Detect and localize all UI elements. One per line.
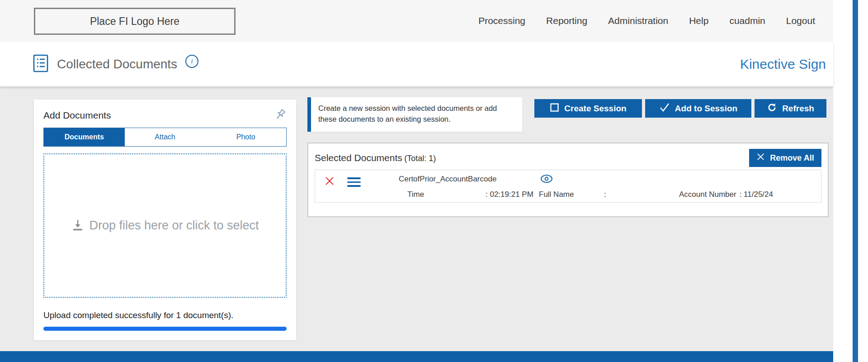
add-to-session-label: Add to Session [675, 104, 737, 114]
selected-documents-header: Selected Documents (Total: 1) Remove All [315, 146, 821, 170]
add-documents-tabs: Documents Attach Photo [43, 128, 287, 147]
create-session-label: Create Session [564, 104, 626, 114]
upload-progress-bar [43, 327, 287, 331]
nav-user-cuadmin[interactable]: cuadmin [729, 15, 765, 26]
x-icon [756, 152, 765, 163]
tab-photo[interactable]: Photo [205, 128, 286, 146]
fi-logo-placeholder: Place FI Logo Here [34, 8, 236, 35]
full-name-label: Full Name [539, 190, 574, 199]
info-icon[interactable] [185, 55, 198, 68]
download-icon [71, 218, 85, 233]
session-action-buttons: Create Session Add to Session Refresh [534, 99, 826, 118]
app: Place FI Logo Here Processing Reporting … [0, 0, 868, 362]
nav-administration[interactable]: Administration [608, 15, 668, 26]
document-name: CertofPrior_AccountBarcode [399, 175, 496, 184]
create-session-button[interactable]: Create Session [534, 99, 642, 118]
time-label: Time [407, 190, 424, 199]
dropzone-label: Drop files here or click to select [89, 219, 259, 233]
brand-title: Kinective Sign [740, 42, 826, 86]
page: Place FI Logo Here Processing Reporting … [0, 0, 833, 362]
top-navbar: Place FI Logo Here Processing Reporting … [0, 0, 833, 42]
nav-logout[interactable]: Logout [786, 15, 815, 26]
full-name-value: : [604, 190, 606, 199]
collected-documents-icon [33, 54, 49, 75]
add-documents-title: Add Documents [43, 110, 111, 121]
main-nav: Processing Reporting Administration Help… [478, 0, 815, 42]
nav-help[interactable]: Help [689, 15, 708, 26]
refresh-label: Refresh [782, 104, 814, 114]
refresh-button[interactable]: Refresh [755, 99, 826, 118]
remove-document-icon[interactable] [324, 176, 335, 188]
upload-status-text: Upload completed successfully for 1 docu… [43, 310, 287, 320]
page-header: Collected Documents Kinective Sign [0, 42, 833, 86]
remove-all-label: Remove All [770, 153, 814, 163]
check-icon [659, 102, 670, 114]
pin-icon[interactable] [274, 108, 287, 123]
time-value: : 02:19:21 PM [486, 190, 533, 199]
file-dropzone[interactable]: Drop files here or click to select [43, 153, 287, 298]
selected-documents-title-group: Selected Documents (Total: 1) [315, 152, 436, 163]
refresh-icon [767, 102, 777, 115]
nav-processing[interactable]: Processing [478, 15, 525, 26]
session-info-text: Create a new session with selected docum… [318, 104, 497, 123]
page-title: Collected Documents [57, 57, 177, 71]
selected-documents-title: Selected Documents [315, 152, 402, 163]
remove-all-button[interactable]: Remove All [749, 149, 821, 167]
page-header-left: Collected Documents [33, 42, 198, 86]
selected-documents-panel: Selected Documents (Total: 1) Remove All… [307, 143, 829, 217]
tab-attach[interactable]: Attach [125, 128, 206, 146]
square-icon [550, 103, 559, 114]
tab-documents[interactable]: Documents [44, 128, 125, 146]
selected-documents-total: (Total: 1) [404, 154, 436, 163]
add-documents-header: Add Documents [43, 100, 287, 128]
bottom-bar [0, 351, 833, 362]
account-number-label: Account Number [679, 190, 736, 199]
nav-reporting[interactable]: Reporting [546, 15, 587, 26]
account-number-group: Account Number : 11/25/24 [679, 190, 773, 199]
document-row: CertofPrior_AccountBarcode Time : 02:19:… [315, 170, 821, 203]
add-documents-panel: Add Documents Documents Attach Photo [34, 100, 296, 340]
session-info-note: Create a new session with selected docum… [307, 97, 522, 132]
preview-eye-icon[interactable] [540, 174, 553, 186]
scrollbar-thumb[interactable] [853, 0, 858, 362]
drag-handle-icon[interactable] [347, 177, 361, 187]
add-to-session-button[interactable]: Add to Session [645, 99, 751, 118]
account-number-value: : 11/25/24 [740, 190, 773, 199]
